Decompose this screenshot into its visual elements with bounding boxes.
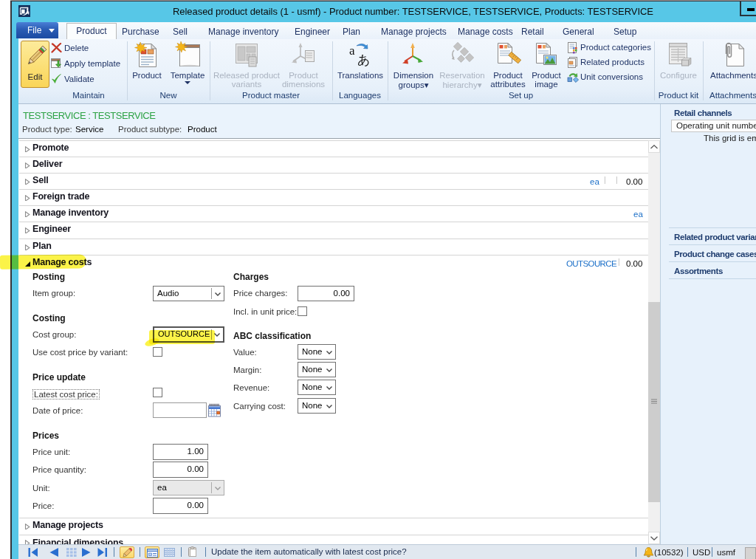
svg-text:あ: あ xyxy=(357,53,370,67)
svg-text:a: a xyxy=(349,44,355,58)
